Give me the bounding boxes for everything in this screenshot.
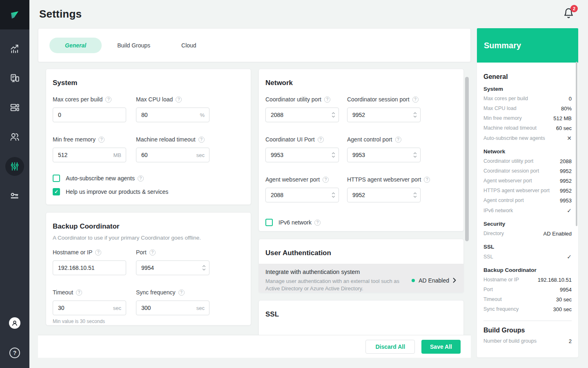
hostname-input[interactable] — [53, 260, 126, 275]
stepper-arrows[interactable] — [202, 265, 206, 271]
summary-row: HTTPS agent webserver port9952 — [483, 186, 572, 195]
help-icon[interactable] — [323, 177, 329, 183]
summary-title: Summary — [484, 41, 521, 50]
summary-row-label: Max cores per build — [483, 96, 528, 101]
left-column: System Max cores per build Max CPU load … — [46, 69, 251, 335]
x-mark-icon: ✕ — [567, 135, 572, 141]
grid-icon — [9, 102, 20, 113]
checkbox-ipv6[interactable]: IPv6 network — [265, 219, 457, 226]
notification-badge[interactable]: 2 — [570, 5, 578, 12]
summary-row-value: AD Enabled — [543, 231, 572, 237]
stepper-arrows[interactable] — [413, 193, 417, 198]
ui-port-stepper[interactable] — [265, 148, 339, 162]
help-icon[interactable] — [176, 96, 182, 103]
stepper-arrows[interactable] — [332, 112, 335, 118]
chevron-up-icon — [413, 112, 417, 114]
session-port-stepper[interactable] — [347, 108, 421, 122]
summary-group-title: Network — [483, 148, 572, 155]
stepper-arrows[interactable] — [332, 153, 335, 158]
tab-cloud[interactable]: Cloud — [166, 38, 212, 53]
sidebar-item-users[interactable] — [5, 128, 24, 146]
tab-build-groups[interactable]: Build Groups — [102, 38, 166, 53]
checkbox-label: Help us improve our products & services — [66, 188, 168, 195]
page-title: Settings — [39, 8, 82, 20]
checkbox-box[interactable] — [53, 188, 60, 195]
chevron-right-icon[interactable] — [453, 278, 456, 283]
settings-scrollbar[interactable] — [465, 77, 469, 241]
summary-group-title: Build Groups — [483, 327, 572, 334]
agent-webserver-port-stepper[interactable] — [265, 188, 339, 202]
reload-timeout-input[interactable] — [136, 148, 209, 162]
help-icon[interactable] — [412, 96, 419, 103]
checkbox-box[interactable] — [53, 175, 60, 182]
stepper-arrows[interactable] — [413, 153, 417, 158]
summary-row-label: SSL — [483, 254, 493, 260]
https-webserver-port-stepper[interactable] — [347, 188, 421, 202]
field-label: Sync frequency — [136, 289, 176, 296]
summary-row-value: 300 sec — [553, 306, 572, 312]
help-icon[interactable] — [324, 96, 330, 103]
help-icon[interactable] — [149, 249, 156, 256]
help-icon[interactable] — [178, 289, 185, 296]
sidebar-item-dashboard[interactable] — [5, 39, 24, 58]
page-header: Settings 2 — [29, 0, 588, 28]
summary-row-label: Timeout — [483, 296, 502, 302]
help-icon[interactable] — [105, 96, 111, 103]
summary-panel: Summary GeneralSystemMax cores per build… — [477, 28, 578, 357]
utility-port-stepper[interactable] — [265, 108, 339, 122]
chevron-up-icon — [332, 193, 335, 195]
field-ui-port: Coordinator UI Port — [265, 136, 339, 162]
agent-control-port-stepper[interactable] — [347, 148, 421, 162]
help-icon[interactable] — [424, 177, 430, 183]
summary-row: Auto-subscribe new agents✕ — [483, 133, 572, 143]
timeout-input[interactable] — [53, 301, 126, 315]
summary-row-label: Sync frequency — [483, 306, 519, 312]
max-cores-input[interactable] — [53, 108, 126, 122]
notifications-button[interactable]: 2 — [563, 8, 574, 20]
tab-general[interactable]: General — [49, 38, 102, 53]
min-memory-input[interactable] — [53, 148, 126, 162]
help-icon[interactable] — [395, 137, 401, 143]
app-logo[interactable] — [0, 0, 29, 29]
help-icon[interactable] — [76, 289, 82, 296]
save-all-button[interactable]: Save All — [421, 340, 461, 354]
summary-scrollbar[interactable] — [576, 62, 577, 226]
settings-column: General Build Groups Cloud System Max — [38, 28, 471, 358]
section-title-auth: User Authentication — [265, 249, 463, 257]
user-avatar[interactable] — [9, 317, 20, 329]
help-icon[interactable] — [98, 137, 105, 143]
summary-row-label: Min free memory — [483, 115, 522, 121]
sidebar-item-agents[interactable] — [5, 69, 24, 88]
stepper-arrows[interactable] — [413, 112, 417, 118]
field-timeout: Timeout sec Min value is 30 seconds — [53, 289, 126, 324]
stepper-arrows[interactable] — [332, 193, 335, 198]
summary-row-label: Auto-subscribe new agents — [483, 135, 545, 141]
checkbox-box[interactable] — [265, 219, 273, 226]
help-icon[interactable] — [138, 175, 144, 182]
help-icon[interactable] — [318, 137, 324, 143]
chevron-down-icon — [332, 156, 335, 158]
field-sync-frequency: Sync frequency sec — [136, 289, 209, 324]
checkbox-auto-subscribe[interactable]: Auto-subscribe new agents — [53, 175, 244, 182]
help-icon[interactable] — [198, 137, 205, 143]
auth-integration-row[interactable]: Integrate with authentication system Man… — [259, 264, 463, 293]
summary-group-title: General — [483, 73, 572, 81]
discard-all-button[interactable]: Discard All — [365, 340, 415, 354]
backup-port-stepper[interactable] — [136, 260, 209, 275]
max-cpu-input[interactable] — [136, 108, 209, 122]
sync-frequency-input[interactable] — [136, 301, 209, 315]
help-icon[interactable] — [95, 249, 101, 256]
summary-group-title: SSL — [483, 244, 572, 250]
main-area: Settings 2 General Build Groups Cloud — [29, 0, 588, 368]
user-authentication-card: User Authentication Integrate with authe… — [258, 239, 464, 293]
checkbox-improve-products[interactable]: Help us improve our products & services — [53, 188, 244, 195]
help-icon[interactable] — [314, 220, 321, 226]
sidebar-item-settings[interactable] — [5, 157, 24, 176]
field-label: Agent control port — [347, 136, 392, 143]
help-button[interactable]: ? — [9, 348, 20, 358]
field-label: Hostname or IP — [53, 249, 92, 256]
sidebar-item-builds[interactable] — [5, 98, 24, 117]
sidebar-item-licenses[interactable] — [5, 186, 24, 205]
chart-icon — [9, 43, 20, 54]
field-min-memory: Min free memory MB — [53, 136, 126, 162]
